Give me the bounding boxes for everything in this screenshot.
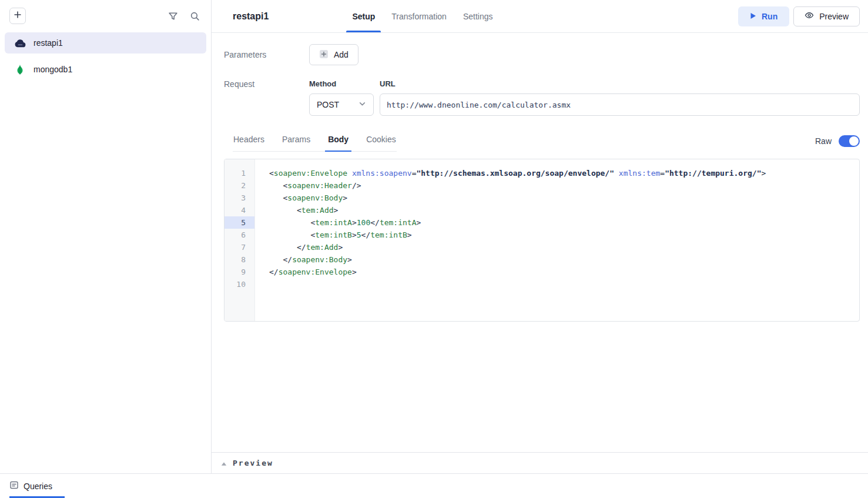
code-token: tem:Add xyxy=(301,206,334,215)
tab-settings[interactable]: Settings xyxy=(462,0,494,32)
code-token: </ xyxy=(297,243,306,252)
tab-setup[interactable]: Setup xyxy=(351,0,376,32)
code-token: 100 xyxy=(357,218,370,227)
code-token: "http://schemas.xmlsoap.org/soap/envelop… xyxy=(416,169,614,178)
chevron-down-icon xyxy=(358,100,366,109)
method-field-group: Method POST xyxy=(309,79,374,116)
code-token: 5 xyxy=(357,230,361,239)
code-line[interactable]: </soapenv:Envelope> xyxy=(269,266,859,278)
parameters-row: Parameters Add xyxy=(224,44,860,65)
plus-icon xyxy=(14,11,22,21)
code-line[interactable]: </soapenv:Body> xyxy=(269,253,859,266)
body-tabs: Headers Params Body Cookies xyxy=(233,135,397,152)
app-window: restapi1 mongodb1 restapi1 Setup Transfo… xyxy=(0,0,868,498)
method-select[interactable]: POST xyxy=(309,93,374,116)
sidebar-item-mongodb1[interactable]: mongodb1 xyxy=(5,59,206,80)
body-tabs-row: Headers Params Body Cookies Raw xyxy=(224,135,860,152)
code-token: soapenv:Envelope xyxy=(279,268,352,276)
code-token: > xyxy=(338,243,343,252)
code-token: xmlns:soapenv xyxy=(352,169,412,178)
code-line[interactable]: <tem:intA>100</tem:intA> xyxy=(269,216,859,229)
code-token: > xyxy=(352,218,357,227)
line-number: 3 xyxy=(224,192,254,204)
sidebar: restapi1 mongodb1 xyxy=(0,0,212,473)
plus-square-icon xyxy=(319,49,329,61)
code-token: = xyxy=(660,169,665,178)
editor-code[interactable]: <soapenv:Envelope xmlns:soapenv="http://… xyxy=(255,159,859,321)
add-parameter-button[interactable]: Add xyxy=(309,44,358,65)
code-token: tem:intB xyxy=(370,230,407,239)
filter-icon[interactable] xyxy=(166,9,180,23)
code-token: </ xyxy=(370,218,380,227)
line-number: 5 xyxy=(224,216,254,229)
main-panel: restapi1 Setup Transformation Settings R… xyxy=(212,0,868,473)
tab-cookies[interactable]: Cookies xyxy=(366,135,397,151)
code-line[interactable]: <tem:intB>5</tem:intB> xyxy=(269,229,859,241)
tab-body[interactable]: Body xyxy=(327,135,349,151)
raw-toggle[interactable] xyxy=(839,135,860,147)
code-line[interactable]: <soapenv:Body> xyxy=(269,192,859,204)
run-button-label: Run xyxy=(762,12,777,21)
code-line[interactable]: <soapenv:Header/> xyxy=(269,179,859,192)
tab-params[interactable]: Params xyxy=(281,135,311,151)
tab-headers[interactable]: Headers xyxy=(233,135,265,151)
method-label: Method xyxy=(309,79,374,89)
entity-label: restapi1 xyxy=(33,38,63,48)
raw-toggle-group: Raw xyxy=(815,135,860,152)
main-header: restapi1 Setup Transformation Settings R… xyxy=(212,0,868,33)
code-line[interactable]: <soapenv:Envelope xmlns:soapenv="http://… xyxy=(269,167,859,179)
body-code-editor[interactable]: 12345678910 <soapenv:Envelope xmlns:soap… xyxy=(224,159,860,322)
code-token: > xyxy=(352,230,357,239)
code-line[interactable] xyxy=(269,278,859,290)
sidebar-item-restapi1[interactable]: restapi1 xyxy=(5,32,206,54)
code-token: > xyxy=(352,268,357,276)
queries-icon xyxy=(9,480,19,492)
line-number: 6 xyxy=(224,229,254,241)
code-token: "http://tempuri.org/" xyxy=(665,169,761,178)
add-entity-button[interactable] xyxy=(9,8,26,24)
preview-collapse-bar[interactable]: Preview xyxy=(212,452,868,473)
header-actions: Run Preview xyxy=(738,6,860,26)
toggle-knob xyxy=(849,136,859,146)
line-number: 10 xyxy=(224,278,254,290)
bottom-bar: Queries xyxy=(0,473,868,498)
queries-label: Queries xyxy=(24,482,52,491)
sidebar-toolbar xyxy=(0,0,211,31)
code-token xyxy=(269,230,310,239)
code-token: xmlns:tem xyxy=(619,169,660,178)
add-parameter-label: Add xyxy=(334,50,348,59)
search-icon[interactable] xyxy=(187,9,202,23)
code-token xyxy=(269,181,283,190)
parameters-label: Parameters xyxy=(224,50,309,59)
queries-tab[interactable]: Queries xyxy=(9,480,52,492)
code-token: > xyxy=(417,218,421,227)
run-button[interactable]: Run xyxy=(738,6,789,26)
tab-transformation[interactable]: Transformation xyxy=(390,0,448,32)
code-token: soapenv:Body xyxy=(292,255,347,264)
code-token xyxy=(269,218,310,227)
line-number: 7 xyxy=(224,241,254,253)
editor-gutter: 12345678910 xyxy=(224,159,255,321)
line-number: 4 xyxy=(224,204,254,216)
url-label: URL xyxy=(380,79,860,89)
code-line[interactable]: <tem:Add> xyxy=(269,204,859,216)
eye-icon xyxy=(805,11,814,22)
code-line[interactable]: </tem:Add> xyxy=(269,241,859,253)
code-token: > xyxy=(347,255,352,264)
url-input[interactable] xyxy=(380,93,860,116)
top-region: restapi1 mongodb1 restapi1 Setup Transfo… xyxy=(0,0,868,473)
mongodb-icon xyxy=(13,64,27,75)
preview-button-label: Preview xyxy=(819,12,849,21)
code-token: < xyxy=(297,206,301,215)
code-token: soapenv:Header xyxy=(287,181,352,190)
code-token: tem:intA xyxy=(380,218,417,227)
code-token: tem:intA xyxy=(315,218,352,227)
code-token: soapenv:Body xyxy=(287,193,343,202)
url-field-group: URL xyxy=(380,79,860,116)
setup-content: Parameters Add Request Method xyxy=(212,33,868,452)
code-token xyxy=(269,243,297,252)
code-token: tem:intB xyxy=(315,230,352,239)
line-number: 1 xyxy=(224,167,254,179)
play-icon xyxy=(750,12,756,21)
preview-button[interactable]: Preview xyxy=(793,6,860,26)
